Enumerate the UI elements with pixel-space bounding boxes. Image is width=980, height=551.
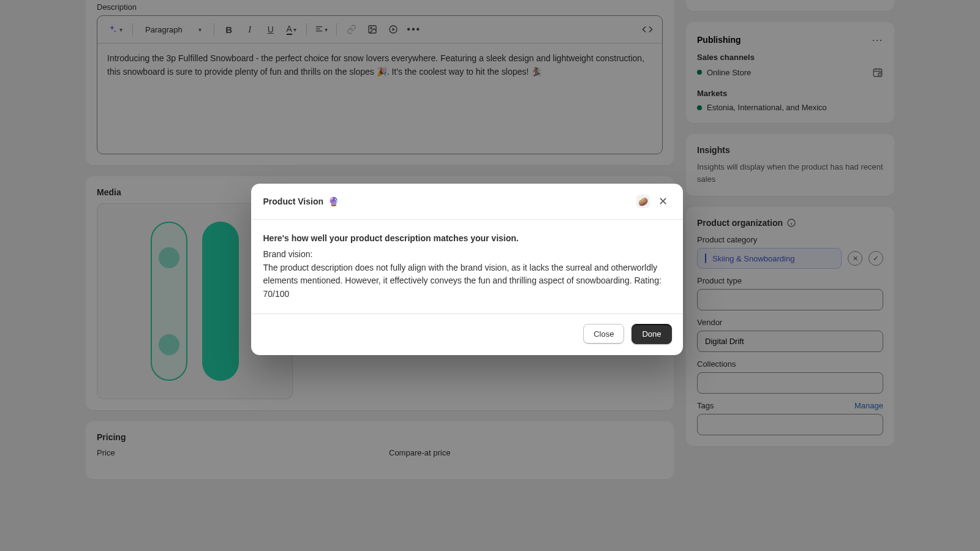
modal-app-icon[interactable]: 🥔: [636, 195, 650, 208]
close-button[interactable]: Close: [583, 324, 624, 344]
modal-body-text: The product description does not fully a…: [263, 261, 671, 301]
crystal-ball-icon: 🔮: [328, 197, 339, 206]
close-icon[interactable]: ✕: [656, 195, 671, 208]
done-button[interactable]: Done: [631, 324, 671, 344]
product-vision-modal: Product Vision 🔮 🥔 ✕ Here's how well you…: [251, 184, 683, 354]
modal-heading: Here's how well your product description…: [263, 232, 671, 246]
brand-vision-label: Brand vision:: [263, 248, 671, 261]
modal-overlay[interactable]: Product Vision 🔮 🥔 ✕ Here's how well you…: [0, 0, 980, 551]
modal-title: Product Vision: [263, 197, 324, 206]
